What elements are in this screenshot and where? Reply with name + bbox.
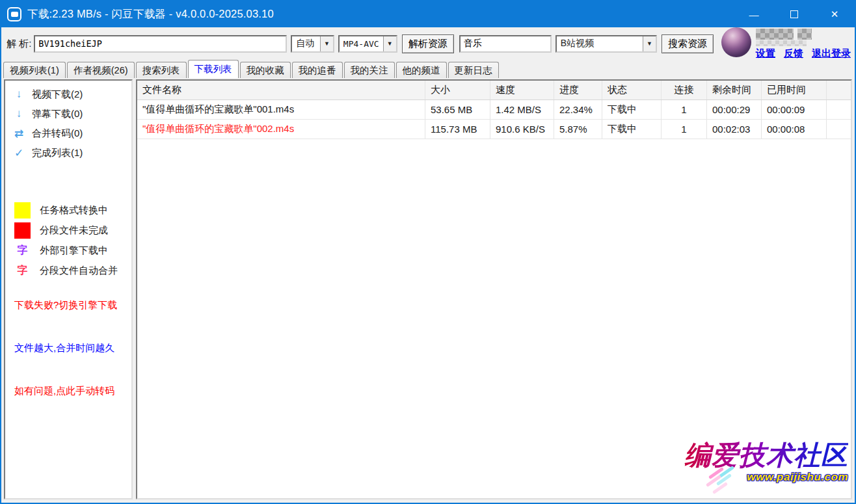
cell-size: 53.65 MB (425, 100, 490, 119)
legend-external-engine: 字 外部引擎下载中 (5, 241, 131, 261)
cell-connections: 1 (662, 100, 707, 119)
username-censored-2 (756, 40, 807, 46)
maximize-button[interactable] (774, 1, 814, 27)
tab-my-bangumi[interactable]: 我的追番 (292, 62, 343, 78)
sidebar-item-label: 合并转码(0) (32, 127, 83, 140)
cell-elapsed: 00:00:08 (762, 120, 827, 139)
cell-status: 下载中 (602, 100, 662, 119)
quality-select-value: 自动 (292, 38, 318, 49)
cell-progress: 22.34% (554, 100, 602, 119)
settings-link[interactable]: 设置 (756, 47, 775, 60)
maximize-icon (790, 10, 798, 18)
quality-select-button[interactable]: ▼ (320, 36, 333, 51)
tab-my-favorites[interactable]: 我的收藏 (240, 62, 291, 78)
col-remaining: 剩余时间 (707, 81, 762, 99)
check-icon: ✓ (13, 146, 25, 160)
avatar[interactable] (721, 27, 751, 57)
col-size: 大小 (425, 81, 490, 99)
cell-speed: 910.6 KB/S (490, 120, 554, 139)
legend-label: 分段文件未完成 (40, 224, 108, 237)
sidebar-item-label: 视频下载(2) (32, 88, 83, 101)
red-swatch (14, 222, 31, 239)
cell-remaining: 00:00:29 (707, 100, 762, 119)
table-row[interactable]: "值得单曲循环的宝藏歌单"001.m4s 53.65 MB 1.42 MB/S … (137, 100, 851, 120)
download-arrow-icon: ↓ (13, 107, 25, 120)
cell-elapsed: 00:00:09 (762, 100, 827, 119)
source-select-value: B站视频 (557, 38, 598, 49)
format-select[interactable]: MP4-AVC ▼ (338, 35, 397, 53)
tab-author-videos[interactable]: 作者视频(26) (67, 62, 135, 78)
title-bar: 下载:2.23 MB/s - 闪豆下载器 - v4.0.0.0-2025.03.… (1, 1, 855, 27)
legend-segment-incomplete: 分段文件未完成 (5, 220, 131, 241)
app-window: 下载:2.23 MB/s - 闪豆下载器 - v4.0.0.0-2025.03.… (0, 0, 856, 504)
yellow-swatch (14, 202, 31, 219)
cell-remaining: 00:02:03 (707, 120, 762, 139)
table-header: 文件名称 大小 速度 进度 状态 连接 剩余时间 已用时间 (137, 81, 851, 100)
tab-search-list[interactable]: 搜索列表 (136, 62, 187, 78)
user-area: 设置 反馈 退出登录 (721, 27, 851, 60)
tab-download-list[interactable]: 下载列表 (188, 60, 239, 78)
download-arrow-icon: ↓ (13, 88, 25, 101)
close-button[interactable]: ✕ (814, 1, 855, 27)
window-title: 下载:2.23 MB/s - 闪豆下载器 - v4.0.0.0-2025.03.… (27, 7, 274, 21)
cell-filename: "值得单曲循环的宝藏歌单"002.m4s (137, 120, 425, 139)
table-row[interactable]: "值得单曲循环的宝藏歌单"002.m4s 115.73 MB 910.6 KB/… (137, 120, 851, 139)
legend-auto-merge: 字 分段文件自动合并 (5, 261, 131, 281)
col-filename: 文件名称 (137, 81, 425, 99)
cell-progress: 5.87% (554, 120, 602, 139)
legend-converting: 任务格式转换中 (5, 200, 131, 220)
cell-status: 下载中 (602, 120, 662, 139)
parse-resource-button[interactable]: 解析资源 (402, 34, 454, 53)
sidebar-item-video-download[interactable]: ↓ 视频下载(2) (5, 85, 131, 104)
cell-filename: "值得单曲循环的宝藏歌单"001.m4s (137, 100, 425, 119)
quality-select[interactable]: 自动 ▼ (291, 35, 334, 53)
chevron-down-icon: ▼ (324, 40, 330, 47)
search-resource-button[interactable]: 搜索资源 (662, 34, 714, 53)
col-elapsed: 已用时间 (762, 81, 827, 99)
source-select[interactable]: B站视频 ▼ (555, 35, 657, 53)
pink-char-icon: 字 (14, 264, 31, 278)
sidebar-item-merge-transcode[interactable]: ⇄ 合并转码(0) (5, 124, 131, 143)
chevron-down-icon: ▼ (647, 40, 652, 47)
col-connections: 连接 (662, 81, 707, 99)
sidebar-item-completed-list[interactable]: ✓ 完成列表(1) (5, 143, 131, 163)
account-links: 设置 反馈 退出登录 (756, 47, 851, 60)
download-table: 文件名称 大小 速度 进度 状态 连接 剩余时间 已用时间 "值得单曲循环的宝藏… (137, 81, 851, 139)
tab-his-channel[interactable]: 他的频道 (396, 62, 447, 78)
sidebar-item-label: 完成列表(1) (32, 147, 83, 159)
col-speed: 速度 (490, 81, 554, 99)
format-select-button[interactable]: ▼ (383, 36, 396, 51)
parse-label: 解 析: (7, 38, 31, 50)
feedback-link[interactable]: 反馈 (784, 47, 803, 60)
sidebar: ↓ 视频下载(2) ↓ 弹幕下载(0) ⇄ 合并转码(0) ✓ 完成列表(1) … (4, 79, 133, 499)
sidebar-item-danmaku-download[interactable]: ↓ 弹幕下载(0) (5, 104, 131, 124)
app-icon (7, 7, 21, 21)
cell-connections: 1 (662, 120, 707, 139)
note-manual-transcode[interactable]: 如有问题,点此手动转码 (5, 385, 131, 397)
tab-my-follows[interactable]: 我的关注 (344, 62, 395, 78)
minimize-button[interactable]: — (734, 1, 774, 27)
note-merge-time: 文件越大,合并时间越久 (5, 342, 131, 354)
sidebar-item-label: 弹幕下载(0) (32, 108, 83, 120)
toolbar: 解 析: 自动 ▼ MP4-AVC ▼ 解析资源 B站视频 ▼ 搜索资源 设置 (1, 27, 855, 60)
cell-size: 115.73 MB (425, 120, 490, 139)
legend-label: 任务格式转换中 (40, 204, 108, 217)
tab-bar: 视频列表(1) 作者视频(26) 搜索列表 下载列表 我的收藏 我的追番 我的关… (1, 60, 855, 78)
cell-speed: 1.42 MB/S (490, 100, 554, 119)
source-select-button[interactable]: ▼ (643, 36, 656, 51)
search-keyword-input[interactable] (459, 35, 552, 53)
legend-label: 外部引擎下载中 (40, 245, 108, 257)
chevron-down-icon: ▼ (387, 40, 393, 47)
logout-link[interactable]: 退出登录 (812, 47, 851, 60)
tab-video-list[interactable]: 视频列表(1) (3, 62, 66, 78)
col-progress: 进度 (554, 81, 602, 99)
note-switch-engine[interactable]: 下载失败?切换引擎下载 (5, 299, 131, 312)
col-status: 状态 (602, 81, 662, 99)
username-censored (756, 29, 851, 40)
content-area: ↓ 视频下载(2) ↓ 弹幕下载(0) ⇄ 合并转码(0) ✓ 完成列表(1) … (1, 78, 855, 503)
window-controls: — ✕ (734, 1, 855, 27)
tab-update-log[interactable]: 更新日志 (448, 62, 499, 78)
purple-char-icon: 字 (14, 244, 31, 258)
parse-url-input[interactable] (34, 35, 287, 53)
download-table-panel: 文件名称 大小 速度 进度 状态 连接 剩余时间 已用时间 "值得单曲循环的宝藏… (136, 79, 852, 499)
